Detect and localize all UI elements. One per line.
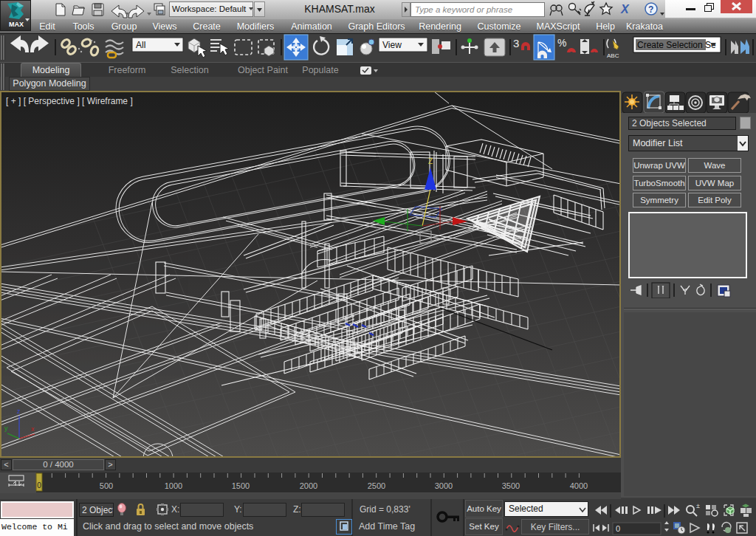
svg-text:?: ? (648, 4, 653, 15)
svg-text:Z: Z (428, 157, 433, 165)
svg-text:x: x (31, 425, 35, 433)
svg-text:[ + ] [ Perspective ] [ Wirefr: [ + ] [ Perspective ] [ Wireframe ] (6, 96, 133, 106)
svg-text:Create Selection Se: Create Selection Se (637, 40, 716, 50)
svg-text:1000: 1000 (165, 481, 182, 490)
svg-text:2000: 2000 (300, 481, 317, 490)
svg-text:3000: 3000 (435, 481, 453, 490)
svg-text:±: ± (696, 502, 700, 509)
svg-text:1500: 1500 (232, 481, 250, 490)
svg-text:3: 3 (513, 37, 519, 49)
svg-text:0: 0 (616, 524, 620, 533)
svg-text:y: y (4, 425, 8, 432)
svg-text:ABC: ABC (607, 52, 619, 59)
svg-text:%: % (557, 37, 566, 49)
svg-text:4000: 4000 (570, 481, 588, 490)
svg-text:2500: 2500 (368, 481, 385, 490)
svg-text:View: View (382, 40, 402, 50)
svg-text:X: X (620, 3, 630, 16)
svg-text:500: 500 (100, 481, 113, 490)
svg-text:3500: 3500 (502, 481, 520, 490)
svg-text:z: z (17, 408, 21, 415)
svg-text:0: 0 (37, 481, 41, 489)
svg-text:All: All (136, 40, 145, 50)
